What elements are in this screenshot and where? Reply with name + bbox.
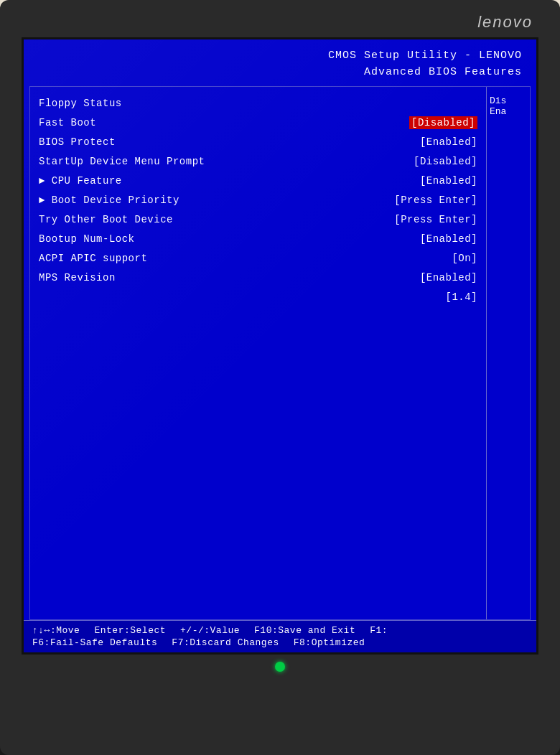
table-row[interactable]: StartUp Device Menu Prompt [Disabled] — [39, 153, 477, 170]
menu-value-boot-device-priority: [Press Enter] — [394, 194, 477, 206]
menu-label-cpu-feature: ► CPU Feature — [39, 175, 122, 187]
lenovo-logo: lenovo — [477, 13, 533, 32]
menu-label-bios-protect: BIOS Protect — [39, 136, 116, 148]
status-row-2: F6:Fail-Safe Defaults F7:Discard Changes… — [32, 637, 528, 648]
table-row[interactable]: Bootup Num-Lock [Enabled] — [39, 230, 477, 248]
table-row[interactable]: ACPI APIC support [On] — [39, 250, 477, 267]
monitor-frame: lenovo CMOS Setup Utility - LENOVO Advan… — [0, 0, 560, 755]
help-text-line1: Dis — [490, 95, 527, 106]
menu-value-bootup-numlock: [Enabled] — [420, 233, 477, 245]
table-row[interactable]: Try Other Boot Device [Press Enter] — [39, 211, 477, 228]
menu-value-mps-revision: [Enabled] — [420, 272, 477, 283]
table-row[interactable]: Floppy Status — [39, 95, 477, 112]
table-row[interactable]: MPS Revision [Enabled] — [39, 269, 477, 286]
menu-value-try-other-boot: [Press Enter] — [394, 214, 477, 225]
menu-label-startup-device: StartUp Device Menu Prompt — [39, 156, 205, 167]
menu-label-try-other-boot: Try Other Boot Device — [39, 214, 173, 225]
status-f1: F1: — [370, 625, 388, 636]
table-row[interactable]: Fast Boot [Disabled] — [39, 114, 477, 131]
menu-label-floppy-status: Floppy Status — [39, 98, 122, 109]
status-f6: F6:Fail-Safe Defaults — [32, 637, 157, 648]
menu-panel: Floppy Status Fast Boot [Disabled] BIOS … — [30, 87, 487, 619]
menu-label-bootup-numlock: Bootup Num-Lock — [39, 233, 135, 245]
menu-label-mps-revision: MPS Revision — [39, 272, 116, 283]
table-row[interactable]: BIOS Protect [Enabled] — [39, 133, 477, 151]
menu-value-cpu-feature: [Enabled] — [420, 175, 477, 187]
status-move: ↑↓↔:Move — [32, 625, 80, 636]
status-enter-select: Enter:Select — [94, 625, 166, 636]
bios-body: Floppy Status Fast Boot [Disabled] BIOS … — [29, 86, 531, 620]
bios-title-line2: Advanced BIOS Features — [38, 65, 522, 81]
menu-value-bios-protect: [Enabled] — [420, 136, 477, 148]
menu-label-boot-device-priority: ► Boot Device Priority — [39, 194, 179, 206]
top-bezel: lenovo — [13, 13, 547, 32]
bios-title-line1: CMOS Setup Utility - LENOVO — [38, 48, 522, 65]
status-f8: F8:Optimized — [294, 637, 365, 648]
menu-label-acpi-apic: ACPI APIC support — [39, 253, 147, 264]
menu-value-fast-boot: [Disabled] — [409, 116, 477, 129]
status-f7: F7:Discard Changes — [172, 637, 279, 648]
power-indicator — [275, 662, 285, 672]
status-value: +/-/:Value — [180, 625, 240, 636]
menu-value-startup-device: [Disabled] — [414, 156, 477, 167]
menu-value-mps-14: [1.4] — [445, 291, 477, 303]
monitor-bottom-bezel — [275, 662, 285, 672]
help-text-line2: Ena — [490, 106, 527, 117]
status-row-1: ↑↓↔:Move Enter:Select +/-/:Value F10:Sav… — [32, 625, 528, 636]
help-panel: Dis Ena — [487, 87, 530, 619]
menu-value-acpi-apic: [On] — [452, 253, 477, 264]
status-f10: F10:Save and Exit — [254, 625, 355, 636]
bios-title-bar: CMOS Setup Utility - LENOVO Advanced BIO… — [24, 39, 536, 86]
screen-content: CMOS Setup Utility - LENOVO Advanced BIO… — [24, 39, 536, 652]
menu-label-fast-boot: Fast Boot — [39, 117, 96, 128]
table-row[interactable]: [1.4] — [39, 289, 477, 306]
status-bar: ↑↓↔:Move Enter:Select +/-/:Value F10:Sav… — [24, 620, 536, 652]
table-row[interactable]: ► Boot Device Priority [Press Enter] — [39, 192, 477, 209]
table-row[interactable]: ► CPU Feature [Enabled] — [39, 172, 477, 189]
bios-screen: CMOS Setup Utility - LENOVO Advanced BIO… — [22, 37, 538, 655]
